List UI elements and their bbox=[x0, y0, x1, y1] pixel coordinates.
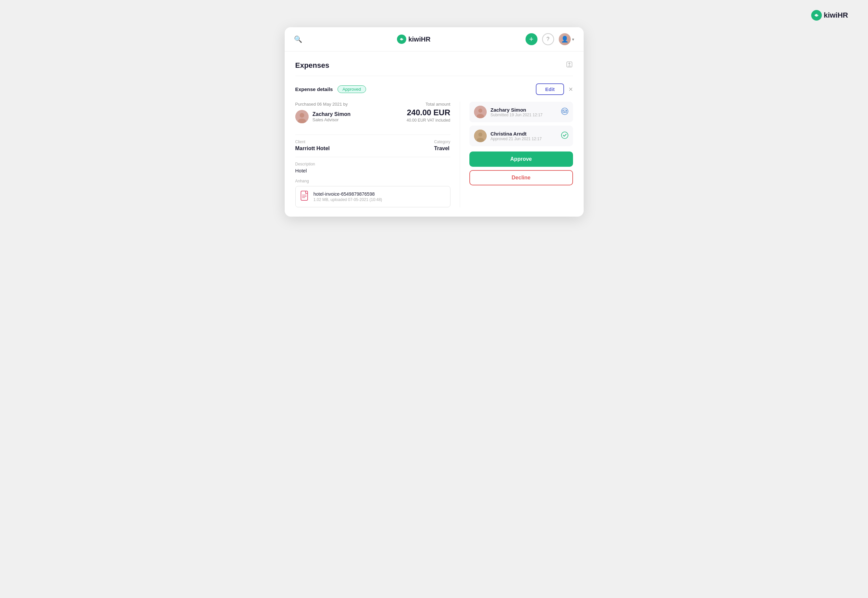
approver-avatar bbox=[474, 130, 487, 142]
kiwi-logo-icon bbox=[397, 34, 406, 44]
export-button[interactable] bbox=[566, 61, 573, 70]
approver-face-svg bbox=[474, 130, 487, 142]
decline-button[interactable]: Decline bbox=[469, 170, 573, 185]
app-header: 🔍 kiwiHR + ? 👤 ▾ bbox=[285, 27, 584, 51]
chevron-down-icon: ▾ bbox=[572, 37, 574, 42]
approved-check-icon bbox=[561, 132, 568, 141]
purchase-amount-row: Purchased 06 May 2021 by Zachary Si bbox=[295, 102, 450, 129]
file-document-icon bbox=[300, 190, 309, 201]
expense-details-left: Expense details Approved bbox=[295, 85, 366, 93]
app-window: 🔍 kiwiHR + ? 👤 ▾ Expenses bbox=[285, 27, 584, 217]
email-circle-icon bbox=[561, 108, 568, 115]
svg-point-6 bbox=[300, 113, 304, 118]
svg-point-12 bbox=[562, 108, 568, 115]
approve-button[interactable]: Approve bbox=[469, 151, 573, 167]
category-value: Travel bbox=[434, 145, 450, 151]
approver-card: Christina Arndt Approved 21 Jun 2021 12:… bbox=[469, 126, 573, 146]
category-field: Category Travel bbox=[434, 139, 450, 151]
edit-button[interactable]: Edit bbox=[536, 84, 564, 95]
expense-details-header: Expense details Approved Edit × bbox=[295, 84, 573, 95]
approver-info: Christina Arndt Approved 21 Jun 2021 12:… bbox=[491, 131, 557, 141]
purchase-info-section: Purchased 06 May 2021 by Zachary Si bbox=[295, 102, 351, 129]
file-meta: 1.02 MB, uploaded 07-05-2021 (10:48) bbox=[314, 197, 382, 202]
purchaser-face-svg bbox=[295, 110, 309, 123]
purchaser-avatar bbox=[295, 110, 309, 123]
svg-point-1 bbox=[817, 14, 818, 15]
anhang-label: Anhang bbox=[295, 179, 450, 183]
top-logo: kiwiHR bbox=[811, 10, 848, 21]
anhang-section: Anhang hotel-invoice- bbox=[295, 179, 450, 207]
submitter-name: Zachary Simon bbox=[491, 107, 557, 113]
expense-details-label: Expense details bbox=[295, 87, 333, 92]
vat-info: 40.00 EUR VAT included bbox=[406, 118, 450, 123]
header-logo: kiwiHR bbox=[397, 34, 430, 44]
description-label: Description bbox=[295, 162, 450, 166]
header-logo-text: kiwiHR bbox=[408, 36, 430, 43]
approver-date: Approved 21 Jun 2021 12:17 bbox=[491, 136, 557, 141]
purchaser-name: Zachary Simon bbox=[312, 111, 351, 117]
help-button[interactable]: ? bbox=[542, 33, 554, 45]
attachment-box[interactable]: hotel-invoice-6549879876598 1.02 MB, upl… bbox=[295, 186, 450, 207]
divider-1 bbox=[295, 135, 450, 135]
user-avatar-button[interactable]: 👤 ▾ bbox=[559, 33, 574, 45]
purchase-info: Purchased 06 May 2021 by bbox=[295, 102, 351, 107]
submitter-avatar bbox=[474, 106, 487, 118]
purchaser-role: Sales Advisor bbox=[312, 117, 351, 122]
svg-point-15 bbox=[478, 133, 483, 136]
top-bar: kiwiHR bbox=[7, 7, 861, 24]
svg-point-10 bbox=[478, 109, 483, 113]
category-label: Category bbox=[434, 139, 450, 144]
amount-value: 240.00 EUR bbox=[406, 108, 450, 117]
file-info: hotel-invoice-6549879876598 1.02 MB, upl… bbox=[314, 191, 382, 202]
check-circle-icon bbox=[561, 132, 568, 139]
right-column: Zachary Simon Submitted 19 Jun 2021 12:1… bbox=[460, 102, 573, 207]
svg-point-3 bbox=[402, 38, 403, 39]
submitted-email-icon bbox=[561, 108, 568, 117]
status-badge: Approved bbox=[338, 85, 366, 93]
svg-rect-8 bbox=[301, 191, 308, 200]
add-button[interactable]: + bbox=[526, 33, 538, 45]
description-value: Hotel bbox=[295, 168, 450, 173]
left-column: Purchased 06 May 2021 by Zachary Si bbox=[295, 102, 460, 207]
submitter-date: Submitted 19 Jun 2021 12:17 bbox=[491, 113, 557, 117]
kiwi-logo-icon-top bbox=[811, 10, 822, 21]
svg-point-17 bbox=[562, 132, 568, 139]
user-avatar: 👤 bbox=[559, 33, 571, 45]
submitter-card: Zachary Simon Submitted 19 Jun 2021 12:1… bbox=[469, 102, 573, 122]
client-category-fields: Client Marriott Hotel Category Travel bbox=[295, 139, 450, 151]
approver-name: Christina Arndt bbox=[491, 131, 557, 136]
purchaser-details: Zachary Simon Sales Advisor bbox=[312, 111, 351, 122]
header-right: + ? 👤 ▾ bbox=[526, 33, 574, 45]
page-header: Expenses bbox=[295, 61, 573, 76]
page-title: Expenses bbox=[295, 61, 330, 70]
two-column-layout: Purchased 06 May 2021 by Zachary Si bbox=[295, 102, 573, 207]
description-section: Description Hotel bbox=[295, 162, 450, 173]
main-content: Expenses Expense details Approved Edit × bbox=[285, 51, 584, 217]
export-icon bbox=[566, 61, 573, 68]
client-value: Marriott Hotel bbox=[295, 145, 330, 151]
client-field: Client Marriott Hotel bbox=[295, 139, 330, 151]
amount-label: Total amount bbox=[406, 102, 450, 107]
submitter-info: Zachary Simon Submitted 19 Jun 2021 12:1… bbox=[491, 107, 557, 117]
file-name: hotel-invoice-6549879876598 bbox=[314, 191, 382, 197]
submitter-face-svg bbox=[474, 106, 487, 118]
amount-section: Total amount 240.00 EUR 40.00 EUR VAT in… bbox=[406, 102, 450, 123]
expense-details-right: Edit × bbox=[536, 84, 573, 95]
purchaser-row: Zachary Simon Sales Advisor bbox=[295, 110, 351, 123]
close-button[interactable]: × bbox=[569, 85, 573, 94]
search-icon[interactable]: 🔍 bbox=[294, 35, 302, 43]
file-icon bbox=[300, 190, 309, 203]
top-logo-kiwi: kiwiHR bbox=[824, 11, 848, 19]
client-label: Client bbox=[295, 139, 330, 144]
